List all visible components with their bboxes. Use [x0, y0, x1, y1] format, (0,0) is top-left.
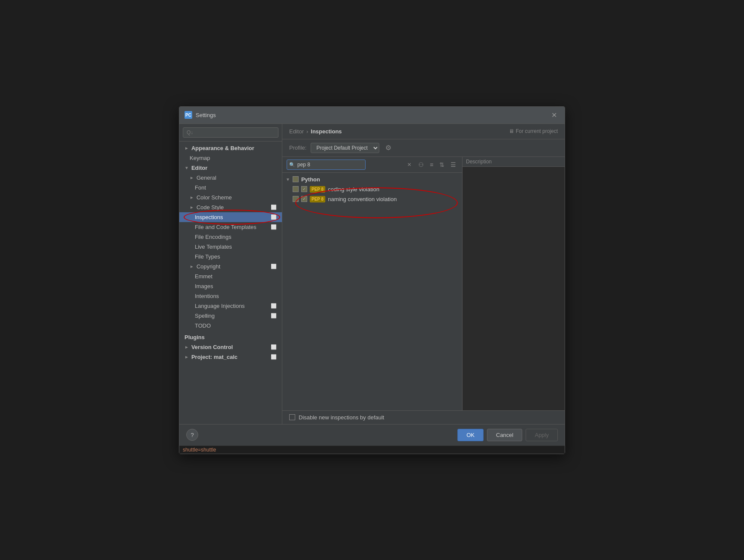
filter-input-wrapper: 🔍 ✕ — [287, 160, 414, 170]
sidebar-item-label: Appearance & Behavior — [191, 145, 254, 151]
sidebar-search-input[interactable] — [183, 127, 278, 138]
sidebar-item-version-control[interactable]: ► Version Control ⬜ — [179, 342, 282, 352]
sidebar-item-intentions[interactable]: Intentions — [179, 291, 282, 301]
breadcrumb-inspections: Inspections — [311, 128, 342, 135]
category-checkbox[interactable] — [293, 176, 299, 182]
sidebar-item-emmet[interactable]: Emmet — [179, 271, 282, 281]
sidebar-item-keymap[interactable]: Keymap — [179, 153, 282, 163]
expand-icon: ► — [190, 175, 194, 180]
sidebar-item-file-encodings[interactable]: File Encodings — [179, 232, 282, 242]
sidebar-item-label: File and Code Templates — [195, 224, 257, 230]
cancel-button[interactable]: Cancel — [487, 429, 522, 441]
breadcrumb-separator: › — [306, 128, 308, 135]
sidebar-item-label: Code Style — [197, 204, 224, 211]
sidebar-item-label: File Types — [195, 253, 220, 260]
sidebar-item-label: Copyright — [197, 263, 221, 270]
pep-badge: PEP 8 — [310, 186, 325, 193]
copy-icon: ⬜ — [271, 264, 277, 269]
sidebar-item-appearance[interactable]: ► Appearance & Behavior — [179, 143, 282, 153]
sidebar-item-plugins[interactable]: Plugins — [179, 332, 282, 342]
content-area: 🔍 ✕ ⚇ ≡ ⇅ ☰ ▼ — [282, 157, 565, 410]
sidebar-item-language-injections[interactable]: Language Injections ⬜ — [179, 301, 282, 311]
sidebar-item-inspections[interactable]: Inspections ⬜ — [179, 212, 282, 222]
expand-icon: ► — [184, 146, 189, 151]
sidebar-item-live-templates[interactable]: Live Templates — [179, 242, 282, 252]
help-button[interactable]: ? — [186, 429, 198, 441]
apply-button[interactable]: Apply — [526, 429, 558, 441]
item-severity-checkbox[interactable] — [301, 186, 307, 192]
dialog-footer: ? OK Cancel Apply — [179, 424, 565, 446]
sidebar-item-label: Font — [195, 184, 206, 191]
profile-row: Profile: Project Default Project ⚙ — [282, 139, 565, 157]
sidebar-item-label: Plugins — [184, 334, 205, 340]
sidebar-item-file-code-templates[interactable]: File and Code Templates ⬜ — [179, 222, 282, 232]
for-current-project: 🖥 For current project — [509, 128, 558, 134]
expand-icon: ► — [184, 355, 189, 359]
sidebar-item-label: Spelling — [195, 313, 215, 319]
item-checkbox[interactable] — [293, 186, 299, 192]
expand-all-button[interactable]: ≡ — [428, 160, 435, 169]
nav-tree: ► Appearance & Behavior Keymap ▼ Editor … — [179, 142, 282, 424]
inspection-tree-panel: 🔍 ✕ ⚇ ≡ ⇅ ☰ ▼ — [282, 157, 463, 410]
sidebar-item-file-types[interactable]: File Types — [179, 252, 282, 262]
filter-input[interactable] — [287, 160, 366, 170]
title-bar-left: PC Settings — [184, 111, 216, 119]
tree-item-pep8-naming[interactable]: PEP 8 naming convention violation — [282, 194, 462, 204]
sidebar-item-font[interactable]: Font — [179, 183, 282, 193]
copy-icon: ⬜ — [271, 303, 277, 309]
copy-icon: ⬜ — [271, 344, 277, 350]
sidebar-item-general[interactable]: ► General — [179, 173, 282, 183]
copy-icon: ⬜ — [271, 354, 277, 360]
item-text: coding style violation — [328, 186, 379, 193]
copy-icon: ⬜ — [271, 313, 277, 319]
filter-button[interactable]: ⚇ — [417, 160, 426, 169]
description-content — [463, 167, 565, 410]
breadcrumb-editor: Editor — [289, 128, 304, 135]
clear-filter-button[interactable]: ✕ — [407, 162, 411, 168]
sidebar-item-label: Inspections — [195, 214, 223, 220]
sidebar-item-label: Keymap — [190, 155, 210, 161]
gear-button[interactable]: ⚙ — [384, 143, 393, 153]
description-header: Description — [463, 157, 565, 167]
code-hint-text: shuttle=shuttle — [183, 447, 216, 453]
sidebar-item-label: Color Scheme — [197, 194, 232, 201]
copy-icon: ⬜ — [271, 224, 277, 230]
sidebar-item-todo[interactable]: TODO — [179, 321, 282, 331]
sidebar-item-label: General — [197, 175, 216, 181]
category-label: Python — [301, 176, 320, 183]
sidebar-search-box — [179, 124, 282, 142]
dialog-body: ► Appearance & Behavior Keymap ▼ Editor … — [179, 124, 565, 424]
ok-button[interactable]: OK — [457, 429, 484, 441]
title-bar: PC Settings ✕ — [179, 107, 565, 124]
sidebar-item-color-scheme[interactable]: ► Color Scheme — [179, 193, 282, 202]
item-text: naming convention violation — [328, 196, 396, 202]
sidebar-item-label: Version Control — [191, 344, 233, 350]
tree-category-python[interactable]: ▼ Python — [282, 175, 462, 184]
profile-select[interactable]: Project Default Project — [311, 143, 379, 153]
expand-icon: ► — [184, 345, 189, 349]
sidebar-item-project[interactable]: ► Project: mat_calc ⬜ — [179, 352, 282, 362]
sidebar-item-label: Editor — [191, 165, 208, 171]
options-button[interactable]: ☰ — [449, 160, 458, 169]
expand-icon: ► — [190, 205, 194, 210]
copy-icon: ⬜ — [271, 205, 277, 210]
item-severity-checkbox[interactable] — [301, 196, 307, 202]
disable-checkbox[interactable] — [289, 414, 295, 420]
sidebar-item-copyright[interactable]: ► Copyright ⬜ — [179, 262, 282, 271]
sidebar-item-code-style[interactable]: ► Code Style ⬜ — [179, 202, 282, 212]
expand-icon: ► — [190, 264, 194, 269]
item-checkbox[interactable] — [293, 196, 299, 202]
bottom-code-hint: shuttle=shuttle — [179, 446, 565, 454]
close-button[interactable]: ✕ — [549, 110, 560, 120]
settings-dialog: PC Settings ✕ ► Appearance & Behavior Ke… — [179, 106, 565, 454]
sidebar-item-label: Intentions — [195, 293, 219, 299]
filter-row: 🔍 ✕ ⚇ ≡ ⇅ ☰ — [282, 157, 462, 173]
pep-badge: PEP 8 — [310, 196, 325, 202]
collapse-all-button[interactable]: ⇅ — [438, 160, 446, 169]
tree-item-pep8-coding[interactable]: PEP 8 coding style violation — [282, 184, 462, 194]
sidebar-item-images[interactable]: Images — [179, 281, 282, 291]
sidebar-item-spelling[interactable]: Spelling ⬜ — [179, 311, 282, 321]
profile-label: Profile: — [289, 145, 306, 151]
sidebar-item-editor[interactable]: ▼ Editor — [179, 163, 282, 173]
description-label: Description — [466, 159, 492, 165]
